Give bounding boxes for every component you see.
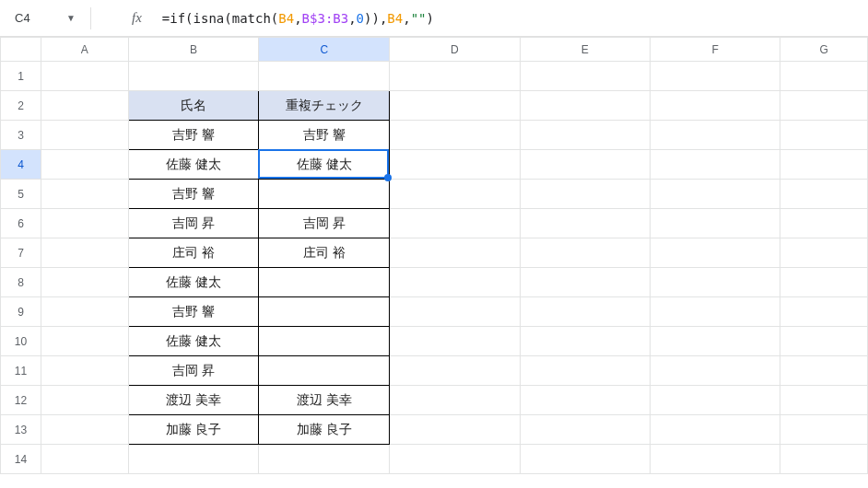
column-header-G[interactable]: G <box>780 38 868 62</box>
cell-A11[interactable] <box>41 356 128 386</box>
cell-C14[interactable] <box>259 445 390 474</box>
table-row[interactable]: 加藤 良子 <box>128 415 259 445</box>
cell-D7[interactable] <box>390 238 520 268</box>
cell-F5[interactable] <box>651 180 780 209</box>
cell-E9[interactable] <box>520 297 650 327</box>
cell-G13[interactable] <box>780 415 868 445</box>
table-row[interactable]: 吉岡 昇 <box>128 356 259 386</box>
row-header-8[interactable]: 8 <box>1 268 41 297</box>
cell-E1[interactable] <box>520 62 650 91</box>
table-row[interactable]: 庄司 裕 <box>128 238 259 268</box>
select-all-corner[interactable] <box>1 38 41 62</box>
cell-E11[interactable] <box>520 356 650 386</box>
table-row[interactable]: 加藤 良子 <box>259 415 390 445</box>
cell-E12[interactable] <box>520 386 650 415</box>
cell-A12[interactable] <box>41 386 128 415</box>
table-header-dupcheck[interactable]: 重複チェック <box>259 91 390 121</box>
table-row[interactable] <box>259 297 390 327</box>
cell-F1[interactable] <box>651 62 780 91</box>
cell-A10[interactable] <box>41 327 128 356</box>
cell-E2[interactable] <box>520 91 650 121</box>
row-header-4[interactable]: 4 <box>1 150 41 180</box>
table-row[interactable]: 吉野 響 <box>128 180 259 209</box>
cell-F12[interactable] <box>651 386 780 415</box>
cell-F2[interactable] <box>651 91 780 121</box>
cell-G14[interactable] <box>780 445 868 474</box>
cell-D9[interactable] <box>390 297 520 327</box>
table-row[interactable]: 吉野 響 <box>128 121 259 150</box>
row-header-3[interactable]: 3 <box>1 121 41 150</box>
cell-A2[interactable] <box>41 91 128 121</box>
cell-A4[interactable] <box>41 150 128 180</box>
cell-D2[interactable] <box>390 91 520 121</box>
column-header-D[interactable]: D <box>390 38 520 62</box>
cell-G6[interactable] <box>780 209 868 238</box>
table-header-name[interactable]: 氏名 <box>128 91 259 121</box>
row-header-6[interactable]: 6 <box>1 209 41 238</box>
formula-input[interactable]: =if(isna(match(B4,B$3:B3,0)),B4,"") <box>162 6 861 30</box>
name-box[interactable]: C4 ▼ <box>7 6 83 30</box>
table-row[interactable]: 吉岡 昇 <box>259 209 390 238</box>
cell-G4[interactable] <box>780 150 868 180</box>
cell-F8[interactable] <box>651 268 780 297</box>
cell-A9[interactable] <box>41 297 128 327</box>
table-row[interactable] <box>259 268 390 297</box>
table-row[interactable] <box>259 356 390 386</box>
row-header-14[interactable]: 14 <box>1 445 41 474</box>
cell-D13[interactable] <box>390 415 520 445</box>
cell-D5[interactable] <box>390 180 520 209</box>
cell-G12[interactable] <box>780 386 868 415</box>
cell-G2[interactable] <box>780 91 868 121</box>
cell-G11[interactable] <box>780 356 868 386</box>
row-header-13[interactable]: 13 <box>1 415 41 445</box>
cell-G5[interactable] <box>780 180 868 209</box>
cell-A14[interactable] <box>41 445 128 474</box>
cell-E13[interactable] <box>520 415 650 445</box>
cell-D6[interactable] <box>390 209 520 238</box>
cell-B1[interactable] <box>128 62 259 91</box>
row-header-7[interactable]: 7 <box>1 238 41 268</box>
cell-F13[interactable] <box>651 415 780 445</box>
table-row[interactable]: 渡辺 美幸 <box>128 386 259 415</box>
cell-F11[interactable] <box>651 356 780 386</box>
cell-A6[interactable] <box>41 209 128 238</box>
cell-G3[interactable] <box>780 121 868 150</box>
cell-E4[interactable] <box>520 150 650 180</box>
cell-G10[interactable] <box>780 327 868 356</box>
table-row[interactable]: 佐藤 健太 <box>128 327 259 356</box>
row-header-10[interactable]: 10 <box>1 327 41 356</box>
cell-C1[interactable] <box>259 62 390 91</box>
cell-A13[interactable] <box>41 415 128 445</box>
column-header-E[interactable]: E <box>520 38 650 62</box>
row-header-5[interactable]: 5 <box>1 180 41 209</box>
cell-E8[interactable] <box>520 268 650 297</box>
row-header-2[interactable]: 2 <box>1 91 41 121</box>
cell-A3[interactable] <box>41 121 128 150</box>
cell-E14[interactable] <box>520 445 650 474</box>
cell-F3[interactable] <box>651 121 780 150</box>
cell-F7[interactable] <box>651 238 780 268</box>
column-header-B[interactable]: B <box>128 38 259 62</box>
cell-E10[interactable] <box>520 327 650 356</box>
cell-B14[interactable] <box>128 445 259 474</box>
cell-F6[interactable] <box>651 209 780 238</box>
row-header-12[interactable]: 12 <box>1 386 41 415</box>
table-row[interactable]: 庄司 裕 <box>259 238 390 268</box>
cell-F9[interactable] <box>651 297 780 327</box>
cell-A7[interactable] <box>41 238 128 268</box>
row-header-9[interactable]: 9 <box>1 297 41 327</box>
cell-A1[interactable] <box>41 62 128 91</box>
cell-G7[interactable] <box>780 238 868 268</box>
cell-E3[interactable] <box>520 121 650 150</box>
cell-D1[interactable] <box>390 62 520 91</box>
cell-A5[interactable] <box>41 180 128 209</box>
sheet-grid[interactable]: ABCDEFG 12氏名重複チェック3吉野 響吉野 響4佐藤 健太佐藤 健太5吉… <box>0 37 868 474</box>
table-row[interactable]: 吉野 響 <box>259 121 390 150</box>
cell-D3[interactable] <box>390 121 520 150</box>
table-row[interactable]: 佐藤 健太 <box>128 150 259 180</box>
cell-F14[interactable] <box>651 445 780 474</box>
table-row[interactable]: 吉野 響 <box>128 297 259 327</box>
table-row[interactable] <box>259 327 390 356</box>
table-row[interactable]: 渡辺 美幸 <box>259 386 390 415</box>
cell-D4[interactable] <box>390 150 520 180</box>
